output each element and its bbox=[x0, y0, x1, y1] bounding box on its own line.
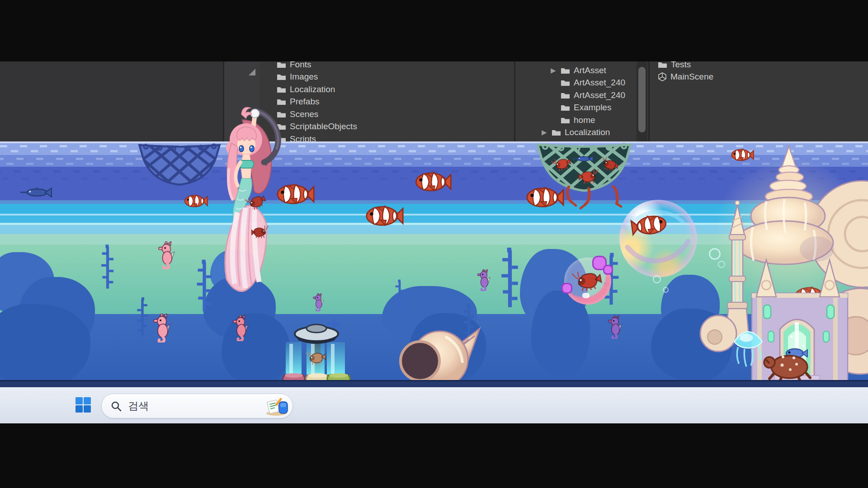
scrollbar-track[interactable] bbox=[637, 61, 647, 141]
folder-icon bbox=[561, 116, 570, 124]
folder-icon bbox=[552, 128, 561, 136]
desktop-screen: Fonts Images Localization Prefabs Scenes… bbox=[0, 0, 868, 488]
tree-item-label: Tests bbox=[671, 61, 691, 70]
shrimp bbox=[251, 225, 269, 238]
start-button[interactable] bbox=[71, 393, 95, 417]
seaweed bbox=[100, 242, 115, 291]
conch-shell bbox=[391, 323, 481, 387]
tree-item-localization[interactable]: Localization bbox=[277, 83, 335, 95]
tree-item-fonts[interactable]: Fonts bbox=[277, 61, 311, 70]
seahorse-purple bbox=[477, 269, 491, 291]
tree-item-label: ArtAsset bbox=[574, 66, 606, 75]
tree-item-label: ArtAsset_240 bbox=[574, 78, 625, 88]
sea-floor bbox=[0, 380, 868, 387]
aquarium-game-window[interactable] bbox=[0, 141, 868, 387]
seaweed bbox=[195, 247, 213, 324]
clownfish bbox=[360, 202, 404, 230]
tree-item-examples[interactable]: Examples bbox=[561, 101, 611, 113]
seahorse-pink bbox=[153, 314, 171, 343]
tree-item-label: Localization bbox=[565, 127, 610, 137]
tree-item-label: home bbox=[574, 115, 595, 125]
tree-item-label: Images bbox=[290, 72, 318, 82]
tree-item-mainscene[interactable]: MainScene bbox=[658, 70, 713, 83]
search-icon bbox=[111, 401, 122, 412]
windows-logo-icon bbox=[75, 397, 91, 413]
letterbox-top bbox=[0, 0, 868, 61]
shrimp-bubble bbox=[564, 258, 611, 305]
shrimp-in-net bbox=[579, 169, 599, 183]
seaweed bbox=[136, 295, 149, 338]
seahorse-purple-small bbox=[312, 293, 324, 311]
seaweed bbox=[500, 231, 520, 324]
editor-empty-panel bbox=[0, 61, 223, 141]
unity-editor-window[interactable]: Fonts Images Localization Prefabs Scenes… bbox=[0, 61, 868, 141]
seahorse-pink bbox=[232, 315, 249, 341]
iridescent-bubble bbox=[619, 200, 697, 277]
net-basket-left bbox=[137, 141, 222, 188]
clownfish bbox=[410, 169, 452, 195]
tree-item-label: ArtAsset_240 bbox=[574, 90, 625, 100]
tree-item-tests[interactable]: Tests bbox=[658, 61, 691, 70]
tree-item-label: Fonts bbox=[290, 61, 311, 70]
expand-arrow-icon[interactable]: ▶ bbox=[551, 66, 557, 75]
bubble-blob bbox=[561, 283, 572, 294]
windows-taskbar: 검색 bbox=[0, 387, 868, 424]
clownfish-small bbox=[181, 192, 208, 210]
mermaid-overlay bbox=[212, 102, 316, 251]
folder-icon bbox=[277, 61, 286, 68]
tree-item-label: Examples bbox=[574, 103, 611, 113]
folder-icon bbox=[561, 79, 570, 86]
small-blue-fish bbox=[573, 155, 593, 162]
tree-item-images[interactable]: Images bbox=[277, 70, 318, 83]
search-placeholder: 검색 bbox=[128, 399, 149, 413]
folder-icon bbox=[561, 66, 570, 74]
resize-corner-icon bbox=[249, 69, 255, 75]
light-pedestal bbox=[280, 319, 355, 387]
bing-daily-icon[interactable] bbox=[265, 396, 289, 416]
tree-item-artasset-240-a[interactable]: ArtAsset_240 bbox=[561, 76, 625, 89]
seahorse-pink bbox=[158, 241, 175, 269]
swordfish bbox=[20, 187, 52, 197]
scrollbar-thumb[interactable] bbox=[638, 67, 646, 132]
small-bubble bbox=[653, 275, 661, 283]
tree-item-artasset[interactable]: ▶ ArtAsset bbox=[551, 64, 606, 76]
clownfish bbox=[521, 184, 564, 211]
search-box[interactable]: 검색 bbox=[101, 394, 293, 418]
shrimp bbox=[571, 267, 603, 293]
mermaid-tail-fin bbox=[219, 202, 274, 293]
seahorse-purple bbox=[607, 315, 623, 339]
tree-item-label: Localization bbox=[290, 84, 335, 94]
folder-icon bbox=[277, 73, 286, 80]
unity-scene-icon bbox=[658, 72, 667, 81]
expand-arrow-icon[interactable]: ▶ bbox=[542, 128, 548, 136]
letterbox-bottom bbox=[0, 423, 868, 488]
bubble-blob bbox=[603, 265, 613, 275]
tree-item-localization-assets[interactable]: ▶ Localization bbox=[542, 126, 610, 138]
folder-icon bbox=[561, 103, 570, 111]
folder-icon bbox=[658, 61, 667, 68]
folder-icon bbox=[561, 91, 570, 99]
jellyfish bbox=[731, 322, 765, 367]
tree-item-artasset-240-b[interactable]: ArtAsset_240 bbox=[561, 89, 625, 101]
folder-icon bbox=[277, 85, 286, 93]
tree-item-home[interactable]: home bbox=[561, 114, 595, 126]
seaweed bbox=[394, 277, 406, 316]
small-bubble bbox=[663, 287, 669, 293]
assets-tree-panel: ▶ ArtAsset ArtAsset_240 ArtAsset_240 Exa… bbox=[515, 61, 637, 141]
scene-items-panel: Tests MainScene bbox=[650, 61, 868, 141]
tree-item-label: MainScene bbox=[670, 72, 713, 82]
